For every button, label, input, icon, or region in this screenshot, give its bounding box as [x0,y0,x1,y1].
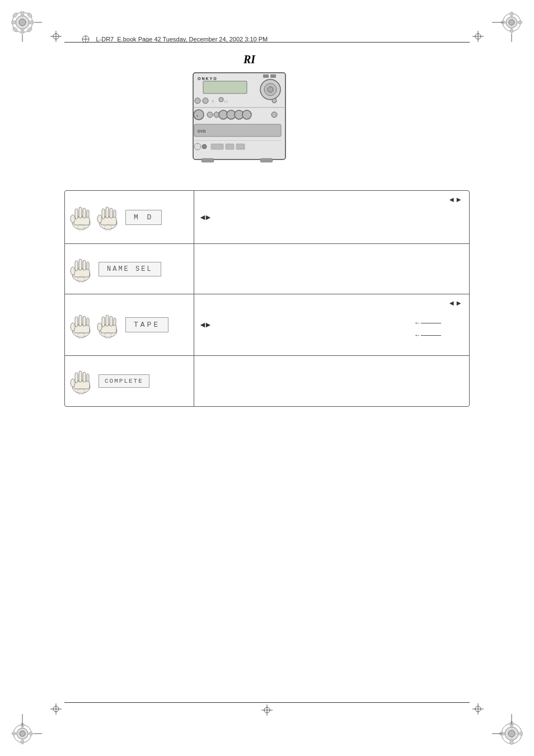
step-1-display: M D [125,210,162,225]
svg-rect-136 [79,371,82,382]
svg-point-25 [21,740,24,744]
svg-rect-60 [263,74,269,78]
svg-point-66 [195,98,200,104]
svg-point-67 [203,98,208,104]
svg-point-81 [271,112,277,118]
reg-mark-bl [50,703,62,717]
svg-rect-121 [83,316,86,326]
svg-text:•: • [196,113,198,118]
step-1: M D ◄► ◄ ► [65,191,469,244]
svg-point-37 [518,732,523,735]
svg-rect-96 [79,207,82,218]
svg-rect-128 [106,315,109,326]
hand-right2-icon [96,311,120,339]
svg-text:↑↑: ↑↑ [224,100,228,104]
svg-point-131 [97,323,102,331]
svg-rect-98 [87,210,89,218]
hand-left2-icon [69,311,93,339]
svg-point-86 [202,144,207,149]
reg-mark-br [472,703,484,717]
reg-mark-tr [472,31,484,44]
step-1-left: M D [65,191,194,243]
svg-point-123 [71,323,75,331]
svg-point-34 [510,739,513,745]
svg-rect-129 [110,316,113,326]
svg-rect-127 [102,317,105,327]
svg-rect-119 [75,317,78,327]
svg-point-115 [71,267,75,275]
svg-point-16 [510,12,513,16]
step-1-right: ◄► ◄ ► [194,191,469,243]
svg-point-33 [508,730,515,737]
svg-point-9 [26,12,32,18]
svg-rect-113 [83,260,86,270]
svg-rect-135 [75,373,78,383]
svg-point-10 [12,26,18,32]
step-3-display: TAPE [125,317,168,332]
svg-point-28 [29,732,33,735]
step-2-right [194,244,469,294]
svg-rect-138 [87,374,89,382]
svg-point-24 [20,731,25,736]
svg-rect-122 [87,318,89,326]
corner-tl [11,11,45,45]
svg-point-85 [194,143,201,150]
corner-tr [489,11,523,45]
svg-point-75 [207,112,213,118]
step-1-right-arrow: ► [204,213,212,222]
svg-rect-92 [260,158,273,162]
svg-rect-104 [106,207,109,218]
svg-text:ONKYO: ONKYO [198,77,218,81]
svg-rect-88 [226,144,234,149]
steps-container: M D ◄► ◄ ► [64,190,470,407]
svg-rect-105 [110,208,113,218]
svg-point-17 [510,29,513,33]
svg-rect-97 [83,208,86,218]
svg-rect-130 [114,318,116,326]
ri-logo: RI [243,53,255,66]
steps-table: M D ◄► ◄ ► [64,190,470,407]
step-1-arrow: ◄► [448,195,462,204]
hand-complete-icon [69,367,93,395]
svg-rect-103 [102,209,105,219]
svg-rect-95 [75,209,78,219]
svg-point-139 [71,379,75,387]
svg-point-80 [242,110,251,119]
svg-point-107 [97,215,102,223]
svg-point-99 [71,215,75,223]
bottom-line [64,702,470,703]
svg-point-2 [19,19,26,26]
svg-point-19 [518,21,522,24]
reg-mark-tl [50,31,62,44]
step-2: NAME SEL [65,244,469,294]
svg-rect-87 [211,144,223,149]
step-2-left: NAME SEL [65,244,194,294]
svg-rect-114 [87,262,89,270]
svg-rect-111 [75,261,78,271]
svg-point-73 [194,110,204,120]
step-3: TAPE ◄► ◄ ► ←——— ←——— [65,294,469,356]
svg-point-4 [21,29,24,34]
hand-right-icon [96,203,120,231]
svg-text:DVD: DVD [198,129,206,133]
svg-rect-112 [79,259,82,270]
svg-point-8 [26,26,32,32]
svg-rect-62 [203,81,247,93]
header-text: L-DR7_E.book Page 42 Tuesday, December 2… [81,34,268,44]
svg-rect-106 [114,210,116,218]
reg-mark-bc [261,705,273,718]
step-4-display: COMPLETE [99,374,149,388]
svg-point-6 [29,21,34,24]
svg-text:↑: ↑ [212,98,214,104]
step-3-right: ◄► ◄ ► ←——— ←——— [194,294,469,355]
svg-rect-120 [79,315,82,326]
corner-br [489,711,523,745]
hand-single-icon [69,255,93,283]
step-2-display: NAME SEL [99,262,161,276]
step-3-left: TAPE [65,294,194,355]
svg-point-5 [11,21,16,24]
svg-point-71 [272,98,277,103]
svg-point-7 [12,12,18,18]
step-4: COMPLETE [65,356,469,406]
svg-point-3 [21,11,24,16]
